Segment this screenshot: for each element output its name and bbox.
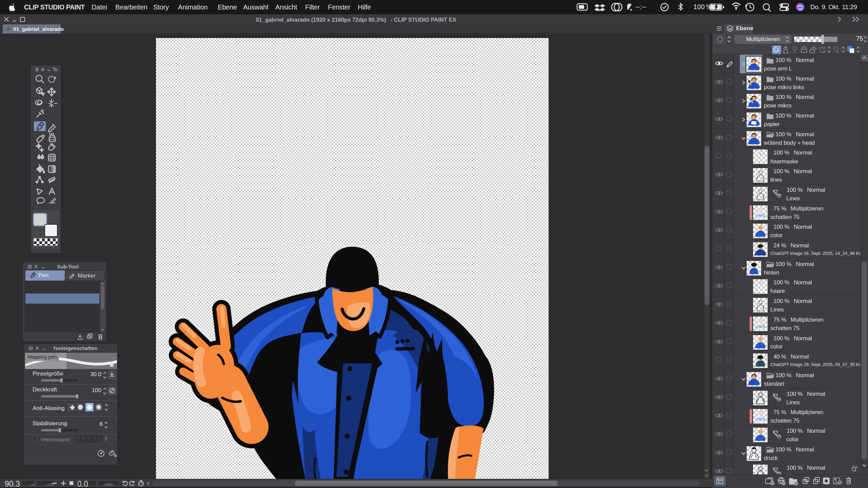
svg-text:Tooleigenschaften: Tooleigenschaften [53,345,97,351]
svg-text:--:--: --:-- [635,3,646,11]
svg-text:Sub-Tool: Sub-Tool [57,264,79,269]
